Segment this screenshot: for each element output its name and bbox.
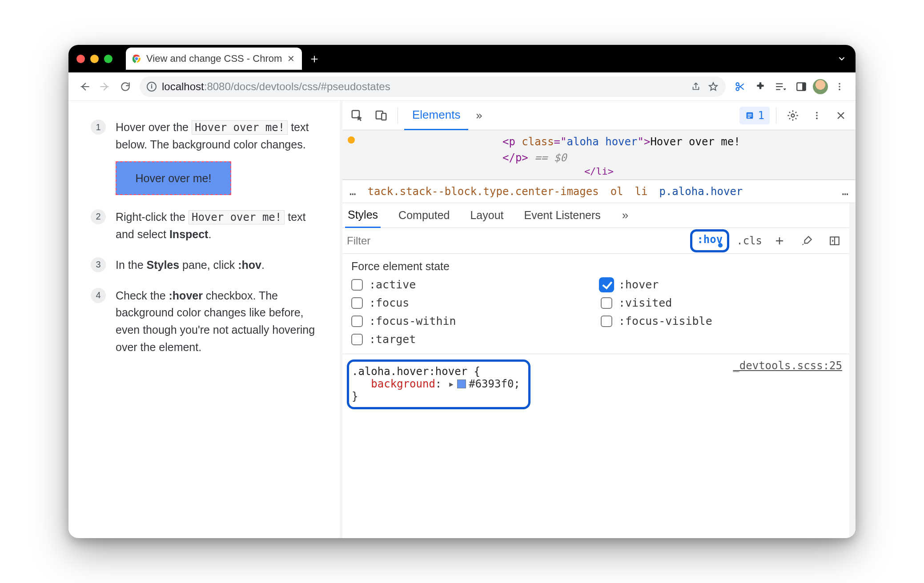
styles-filter-input[interactable] xyxy=(347,232,683,250)
browser-toolbar: i localhost:8080/docs/devtools/css/#pseu… xyxy=(68,72,856,101)
step-2-text: Right-click the Hover over me! text and … xyxy=(116,208,326,243)
checkbox-focus[interactable]: :focus xyxy=(351,296,592,309)
checkbox-focus-within[interactable]: :focus-within xyxy=(351,315,592,327)
svg-rect-12 xyxy=(382,113,386,120)
crumb-item[interactable]: ol xyxy=(611,185,623,198)
crumb-item-selected[interactable]: p.aloha.hover xyxy=(659,185,743,198)
reload-button[interactable] xyxy=(117,78,134,96)
window-tab-strip: View and change CSS - Chrom ✕ ＋ xyxy=(68,45,856,72)
back-button[interactable] xyxy=(76,78,93,96)
computed-sidebar-toggle-icon[interactable] xyxy=(824,231,845,251)
window-zoom-button[interactable] xyxy=(104,55,112,63)
force-element-state-section: Force element state :active :hover :focu… xyxy=(342,254,849,354)
svg-rect-6 xyxy=(802,83,806,90)
issues-count: 1 xyxy=(758,109,764,122)
site-info-icon[interactable]: i xyxy=(147,82,157,92)
dom-tree[interactable]: <p class="aloha hover">Hover over me! </… xyxy=(342,130,856,180)
dom-breakpoint-marker-icon xyxy=(348,136,355,144)
toggle-element-state-button[interactable]: :hov xyxy=(690,229,729,252)
step-3-text: In the Styles pane, click :hov. xyxy=(116,256,326,274)
tab-styles[interactable]: Styles xyxy=(345,203,381,228)
reading-list-icon[interactable] xyxy=(772,78,790,96)
styles-pane-tabs: Styles Computed Layout Event Listeners » xyxy=(342,203,849,228)
bookmark-star-icon[interactable] xyxy=(708,81,719,92)
browser-tab[interactable]: View and change CSS - Chrom ✕ xyxy=(126,48,302,70)
step-number: 4 xyxy=(91,288,106,303)
share-icon[interactable] xyxy=(691,82,701,92)
tab-close-icon[interactable]: ✕ xyxy=(286,53,296,64)
css-property-value: #6393f0; xyxy=(469,378,520,390)
svg-point-17 xyxy=(791,114,795,117)
chrome-icon xyxy=(131,53,142,64)
window-close-button[interactable] xyxy=(76,55,85,63)
step-number: 1 xyxy=(91,120,106,135)
svg-point-20 xyxy=(816,117,818,119)
step-4-text: Check the :hover checkbox. The backgroun… xyxy=(116,287,326,356)
scissors-icon[interactable] xyxy=(731,78,749,96)
styles-filter-row: :hov .cls xyxy=(342,228,849,254)
crumb-item[interactable]: tack.stack--block.type.center-images xyxy=(367,185,599,198)
url-text: localhost:8080/docs/devtools/css/#pseudo… xyxy=(162,80,390,93)
step-number: 2 xyxy=(91,209,106,224)
code-snippet: Hover over me! xyxy=(192,120,288,135)
styles-tabs-overflow-icon[interactable]: » xyxy=(619,208,632,222)
devtools-close-icon[interactable] xyxy=(831,105,851,126)
address-bar[interactable]: i localhost:8080/docs/devtools/css/#pseu… xyxy=(140,76,726,97)
dom-closing-tag: </li> xyxy=(351,166,847,177)
tabs-overflow-icon[interactable] xyxy=(837,54,847,64)
issues-button[interactable]: 1 xyxy=(739,107,770,124)
rule-source-link[interactable]: _devtools.scss:25 xyxy=(733,359,842,372)
checkbox-focus-visible[interactable]: :focus-visible xyxy=(601,315,841,327)
window-minimize-button[interactable] xyxy=(90,55,99,63)
forward-button[interactable] xyxy=(96,78,114,96)
inspect-element-icon[interactable] xyxy=(347,105,367,126)
svg-rect-14 xyxy=(747,114,751,115)
device-toggle-icon[interactable] xyxy=(371,105,391,126)
new-style-rule-button[interactable] xyxy=(769,231,790,251)
css-property-name: background xyxy=(371,378,435,390)
step-1-text: Hover over the Hover over me! text below… xyxy=(116,119,326,153)
devtools-settings-icon[interactable] xyxy=(783,105,803,126)
rule-close-brace: } xyxy=(352,390,520,403)
devtools-panel: Elements » 1 <p class="aloha hover">Hove… xyxy=(342,101,856,538)
code-snippet: Hover over me! xyxy=(189,210,285,224)
side-panel-icon[interactable] xyxy=(792,78,810,96)
checkbox-hover[interactable]: :hover xyxy=(601,278,841,291)
svg-point-19 xyxy=(816,115,818,116)
profile-avatar[interactable] xyxy=(813,79,828,94)
crumb-item[interactable]: li xyxy=(635,185,648,198)
tab-event-listeners[interactable]: Event Listeners xyxy=(522,203,603,228)
devtools-tabs-overflow-icon[interactable]: » xyxy=(472,109,486,122)
svg-point-9 xyxy=(839,88,840,90)
svg-point-8 xyxy=(839,86,840,88)
dom-tag: <p xyxy=(502,136,522,148)
color-swatch-icon[interactable] xyxy=(457,379,466,388)
toggle-classes-button[interactable]: .cls xyxy=(736,235,762,247)
devtools-toolbar: Elements » 1 xyxy=(342,101,856,130)
browser-menu-icon[interactable] xyxy=(831,78,848,96)
svg-rect-15 xyxy=(747,116,751,116)
hover-demo-box[interactable]: Hover over me! xyxy=(116,161,231,195)
force-state-title: Force element state xyxy=(351,260,841,273)
css-rule[interactable]: .aloha.hover:hover { background: ▸#6393f… xyxy=(342,354,849,418)
new-tab-button[interactable]: ＋ xyxy=(305,49,324,68)
dom-selected-indicator: == $0 xyxy=(528,152,567,164)
page-content: 1 Hover over the Hover over me! text bel… xyxy=(68,101,340,538)
tab-layout[interactable]: Layout xyxy=(467,203,506,228)
tab-computed[interactable]: Computed xyxy=(396,203,452,228)
checkbox-active[interactable]: :active xyxy=(351,278,592,291)
svg-rect-16 xyxy=(747,117,750,118)
scrollbar[interactable] xyxy=(849,203,856,538)
active-indicator-dot-icon xyxy=(718,243,723,248)
browser-window: View and change CSS - Chrom ✕ ＋ i localh… xyxy=(68,45,856,538)
checkbox-visited[interactable]: :visited xyxy=(601,296,841,309)
expand-shorthand-icon[interactable]: ▸ xyxy=(448,378,454,390)
svg-point-7 xyxy=(839,83,840,84)
tab-title: View and change CSS - Chrom xyxy=(146,53,282,64)
extensions-puzzle-icon[interactable] xyxy=(751,78,769,96)
devtools-tab-elements[interactable]: Elements xyxy=(404,101,468,130)
paint-brush-icon[interactable] xyxy=(797,231,817,251)
dom-breadcrumb[interactable]: … tack.stack--block.type.center-images o… xyxy=(342,180,856,203)
checkbox-target[interactable]: :target xyxy=(351,333,592,346)
devtools-menu-icon[interactable] xyxy=(807,105,827,126)
